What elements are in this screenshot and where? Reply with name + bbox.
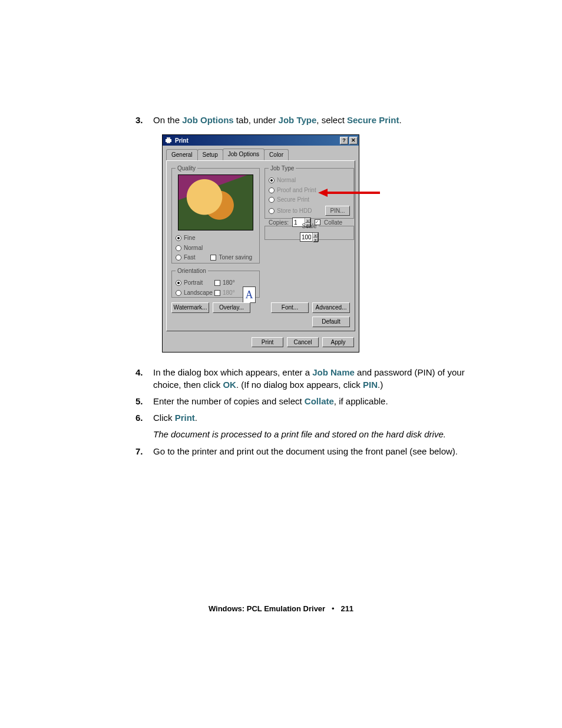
step-text: Click Print. — [153, 413, 197, 423]
checkbox-icon[interactable] — [210, 255, 216, 261]
svg-rect-0 — [166, 139, 171, 142]
quality-fast-row[interactable]: Fast Toner saving — [176, 253, 256, 262]
scale-legend: Scale — [300, 222, 318, 230]
step-number: 6. — [135, 412, 143, 424]
tab-general[interactable]: General — [166, 149, 198, 161]
text: . (If no dialog box appears, click — [236, 380, 363, 390]
left-column: Quality Fine Normal — [171, 164, 260, 301]
radio-icon — [176, 290, 181, 296]
help-button[interactable]: ? — [340, 137, 348, 144]
svg-rect-2 — [167, 142, 170, 143]
portrait-label: Portrait — [184, 279, 212, 287]
link-job-options: Job Options — [182, 115, 234, 125]
step-4: 4. In the dialog box which appears, ente… — [144, 367, 468, 391]
step-6-note: The document is processed to a print fil… — [153, 429, 468, 440]
font-button[interactable]: Font... — [271, 302, 309, 313]
rot180-label-2: 180° — [223, 289, 235, 297]
spinner-arrows-icon[interactable]: ▴▾ — [312, 233, 318, 241]
jobtype-proof-label: Proof and Print — [277, 186, 316, 195]
instruction-list: 3. On the Job Options tab, under Job Typ… — [144, 114, 468, 457]
orientation-portrait-row[interactable]: Portrait 180° — [176, 279, 256, 287]
text: .) — [378, 380, 383, 390]
watermark-button[interactable]: Watermark... — [171, 302, 209, 313]
copies-label: Copies: — [269, 219, 289, 227]
step-number: 4. — [135, 367, 143, 378]
collate-label: Collate — [324, 219, 342, 227]
tab-setup[interactable]: Setup — [197, 149, 223, 161]
text: , if applicable. — [334, 396, 388, 406]
link-pin: PIN — [363, 380, 378, 390]
print-dialog: Print ? ✕ General Setup Job Options Colo… — [162, 134, 359, 353]
text: . — [195, 413, 197, 423]
text: , select — [316, 115, 347, 125]
step-7: 7. Go to the printer and print out the d… — [144, 446, 468, 457]
step-number: 7. — [135, 446, 143, 457]
radio-icon — [269, 208, 275, 214]
text: tab, under — [234, 115, 279, 125]
text: Enter the number of copies and select — [153, 396, 305, 406]
tab-job-options[interactable]: Job Options — [223, 149, 265, 160]
radio-icon — [176, 280, 181, 286]
jobtype-normal-row[interactable]: Normal — [269, 176, 350, 185]
quality-normal-label: Normal — [184, 244, 203, 252]
link-secure-print: Secure Print — [347, 115, 399, 125]
orientation-group: Orientation Portrait 180° Landscape — [171, 267, 260, 298]
quality-fine-label: Fine — [184, 234, 195, 242]
checkbox-icon[interactable] — [214, 280, 220, 286]
checkbox-icon[interactable] — [214, 290, 220, 296]
scale-input[interactable] — [300, 234, 312, 241]
footer-sep: • — [332, 604, 335, 613]
jobtype-secure-label: Secure Print — [277, 196, 309, 204]
print-button[interactable]: Print — [252, 337, 283, 348]
jobtype-secure-row[interactable]: Secure Print — [269, 196, 350, 204]
dialog-mid-buttons: Watermark... Overlay... Font... Advanced… — [171, 302, 350, 313]
tab-row: General Setup Job Options Color — [163, 146, 359, 160]
titlebar: Print ? ✕ — [163, 135, 359, 146]
step-text: Go to the printer and print out the docu… — [153, 446, 458, 456]
step-text: On the Job Options tab, under Job Type, … — [153, 115, 402, 125]
link-print: Print — [175, 413, 195, 423]
step-5: 5. Enter the number of copies and select… — [144, 396, 468, 407]
radio-icon — [269, 177, 275, 183]
link-collate: Collate — [305, 396, 334, 406]
step-text: In the dialog box which appears, enter a… — [153, 367, 465, 389]
jobtype-store-row[interactable]: Store to HDD PIN... — [269, 206, 350, 216]
overlay-button[interactable]: Overlay... — [213, 302, 250, 313]
step-number: 5. — [135, 396, 143, 407]
quality-fine-row[interactable]: Fine — [176, 234, 256, 242]
quality-normal-row[interactable]: Normal — [176, 244, 256, 252]
screenshot-container: Print ? ✕ General Setup Job Options Colo… — [162, 134, 468, 353]
step-number: 3. — [135, 114, 143, 126]
radio-icon — [176, 235, 181, 241]
tab-body: Quality Fine Normal — [166, 160, 355, 331]
dialog-title: Print — [175, 137, 189, 145]
advanced-button[interactable]: Advanced... — [312, 302, 350, 313]
scale-spinner[interactable]: ▴▾ — [300, 232, 319, 242]
landscape-label: Landscape — [184, 289, 212, 297]
default-button[interactable]: Default — [312, 317, 350, 327]
rot180-label: 180° — [223, 279, 235, 287]
orientation-preview: A — [243, 286, 256, 303]
apply-button[interactable]: Apply — [322, 337, 354, 348]
text: On the — [153, 115, 182, 125]
text: . — [399, 115, 401, 125]
step-6: 6. Click Print. The document is processe… — [144, 412, 468, 441]
quality-legend: Quality — [176, 164, 197, 173]
dialog-footer: Print Cancel Apply — [163, 335, 359, 353]
close-button[interactable]: ✕ — [349, 137, 358, 144]
link-ok: OK — [223, 380, 236, 390]
radio-icon — [269, 187, 275, 193]
job-type-legend: Job Type — [269, 164, 296, 173]
pin-button[interactable]: PIN... — [325, 206, 350, 216]
footer-page: 211 — [340, 604, 353, 613]
jobtype-proof-row[interactable]: Proof and Print — [269, 186, 350, 195]
text: In the dialog box which appears, enter a — [153, 367, 312, 377]
page-content: 3. On the Job Options tab, under Job Typ… — [0, 0, 562, 457]
cancel-button[interactable]: Cancel — [287, 337, 319, 348]
quality-group: Quality Fine Normal — [171, 164, 260, 263]
tab-color[interactable]: Color — [264, 149, 289, 161]
jobtype-normal-label: Normal — [277, 176, 296, 185]
printer-icon — [164, 136, 173, 144]
job-type-group: Job Type Normal Proof and Print — [265, 164, 354, 219]
step-3: 3. On the Job Options tab, under Job Typ… — [144, 114, 468, 353]
